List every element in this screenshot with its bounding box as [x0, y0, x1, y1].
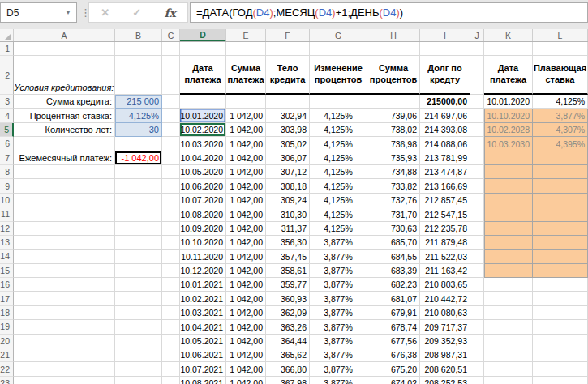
cell-I19[interactable]: 209 717,37: [420, 320, 470, 334]
cell-D17[interactable]: 10.02.2021: [180, 292, 226, 305]
cell-J3[interactable]: [470, 95, 484, 109]
cell-F13[interactable]: 356,30: [266, 236, 310, 250]
row-header-11[interactable]: 11: [0, 207, 14, 221]
cell-D18[interactable]: 10.03.2021: [180, 306, 226, 320]
cell-J13[interactable]: [470, 236, 484, 250]
cell-J10[interactable]: [470, 194, 484, 207]
cell-G2[interactable]: Изменение процентов: [310, 56, 367, 95]
column-header-G[interactable]: G: [310, 29, 367, 41]
cell-D3[interactable]: [180, 95, 226, 109]
cell-L15[interactable]: [533, 264, 588, 278]
cell-K6[interactable]: 10.03.2030: [484, 137, 533, 151]
row-header-1[interactable]: 1: [0, 42, 14, 56]
row-header-15[interactable]: 15: [0, 264, 14, 278]
cell-L10[interactable]: [533, 194, 588, 207]
cell-I18[interactable]: 210 080,63: [420, 306, 470, 320]
cell-G10[interactable]: 4,125%: [310, 194, 367, 207]
cell-J21[interactable]: [470, 348, 484, 362]
cell-H5[interactable]: 738,02: [367, 123, 420, 137]
cell-D12[interactable]: 10.09.2020: [180, 222, 226, 236]
cell-I9[interactable]: 213 166,69: [420, 179, 470, 193]
cell-H18[interactable]: 679,91: [367, 306, 420, 320]
cell-F4[interactable]: 302,94: [266, 109, 310, 122]
cell-I20[interactable]: 209 352,93: [420, 335, 470, 348]
cell-D14[interactable]: 10.11.2020: [180, 250, 226, 263]
cell-F18[interactable]: 362,09: [266, 306, 310, 320]
cell-L8[interactable]: [533, 165, 588, 179]
row-header-2[interactable]: 2: [0, 56, 14, 95]
column-header-A[interactable]: A: [14, 29, 115, 41]
column-header-C[interactable]: C: [162, 29, 180, 41]
row-header-12[interactable]: 12: [0, 222, 14, 236]
cell-D23[interactable]: 10.08.2021: [180, 377, 226, 384]
row-header-10[interactable]: 10: [0, 194, 14, 207]
cell-B17[interactable]: [115, 292, 162, 305]
cell-D1[interactable]: [180, 42, 226, 56]
cell-C18[interactable]: [162, 306, 180, 320]
cell-A21[interactable]: [14, 348, 115, 362]
cell-K3[interactable]: 10.01.2020: [484, 95, 533, 109]
cell-F7[interactable]: 306,07: [266, 151, 310, 165]
cell-D6[interactable]: 10.03.2020: [180, 137, 226, 151]
cell-E17[interactable]: 1 042,00: [226, 292, 266, 305]
cell-B19[interactable]: [115, 320, 162, 334]
cell-A12[interactable]: [14, 222, 115, 236]
cell-E16[interactable]: 1 042,00: [226, 278, 266, 292]
cell-K4[interactable]: 10.10.2020: [484, 109, 533, 122]
cell-D8[interactable]: 10.05.2020: [180, 165, 226, 179]
cell-H17[interactable]: 681,07: [367, 292, 420, 305]
cell-K2[interactable]: Дата платежа: [484, 56, 533, 95]
cell-G14[interactable]: 3,877%: [310, 250, 367, 263]
cell-A23[interactable]: [14, 377, 115, 384]
cell-K9[interactable]: [484, 179, 533, 193]
cell-A22[interactable]: [14, 362, 115, 376]
cell-E21[interactable]: 1 042,00: [226, 348, 266, 362]
cell-I2[interactable]: Долг по кредту: [420, 56, 470, 95]
cell-C1[interactable]: [162, 42, 180, 56]
cell-I5[interactable]: 214 393,08: [420, 123, 470, 137]
cell-F3[interactable]: [266, 95, 310, 109]
cell-D22[interactable]: 10.07.2021: [180, 362, 226, 376]
cell-F20[interactable]: 364,44: [266, 335, 310, 348]
cell-E4[interactable]: 1 042,00: [226, 109, 266, 122]
cell-F23[interactable]: 367,98: [266, 377, 310, 384]
cell-H3[interactable]: [367, 95, 420, 109]
cell-G16[interactable]: 3,877%: [310, 278, 367, 292]
cell-F22[interactable]: 366,80: [266, 362, 310, 376]
cell-E6[interactable]: 1 042,00: [226, 137, 266, 151]
cell-H20[interactable]: 677,56: [367, 335, 420, 348]
cell-A18[interactable]: [14, 306, 115, 320]
row-header-22[interactable]: 22: [0, 362, 14, 376]
cell-L23[interactable]: [533, 377, 588, 384]
column-header-L[interactable]: L: [533, 29, 588, 41]
cell-D4[interactable]: 10.01.2020: [180, 109, 226, 122]
cell-J20[interactable]: [470, 335, 484, 348]
cell-F10[interactable]: 309,24: [266, 194, 310, 207]
cell-I15[interactable]: 211 163,42: [420, 264, 470, 278]
cell-D16[interactable]: 10.01.2021: [180, 278, 226, 292]
cell-C17[interactable]: [162, 292, 180, 305]
row-header-4[interactable]: 4: [0, 109, 14, 122]
cell-K13[interactable]: [484, 236, 533, 250]
cell-I4[interactable]: 214 697,06: [420, 109, 470, 122]
cell-I10[interactable]: 212 857,45: [420, 194, 470, 207]
cell-K5[interactable]: 10.02.2028: [484, 123, 533, 137]
cell-G21[interactable]: 3,877%: [310, 348, 367, 362]
cell-H2[interactable]: Сумма процентов: [367, 56, 420, 95]
cell-H4[interactable]: 739,06: [367, 109, 420, 122]
cell-E1[interactable]: [226, 42, 266, 56]
cell-C2[interactable]: [162, 56, 180, 95]
cell-B10[interactable]: [115, 194, 162, 207]
cell-J7[interactable]: [470, 151, 484, 165]
cell-J15[interactable]: [470, 264, 484, 278]
cell-K10[interactable]: [484, 194, 533, 207]
cell-E9[interactable]: 1 042,00: [226, 179, 266, 193]
cell-L2[interactable]: Плавающая ставка: [533, 56, 588, 95]
column-header-J[interactable]: J: [470, 29, 484, 41]
cell-C10[interactable]: [162, 194, 180, 207]
cell-G8[interactable]: 4,125%: [310, 165, 367, 179]
cell-L22[interactable]: [533, 362, 588, 376]
cell-G4[interactable]: 4,125%: [310, 109, 367, 122]
cell-H1[interactable]: [367, 42, 420, 56]
cell-K23[interactable]: [484, 377, 533, 384]
